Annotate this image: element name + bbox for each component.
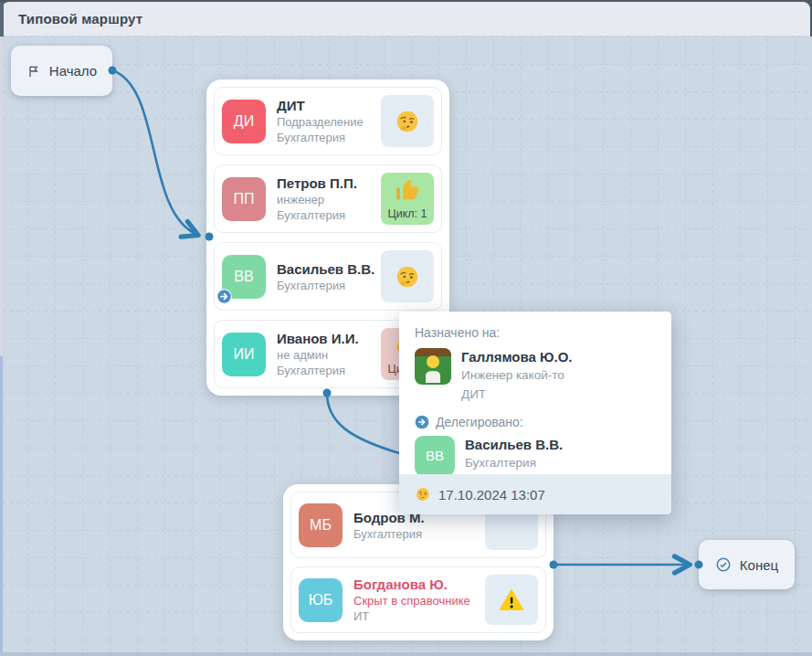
assignee-row: Галлямова Ю.О. Инженер какой-то ДИТ (415, 348, 656, 404)
flag-icon (26, 64, 41, 79)
flow-canvas[interactable]: Начало Конец ДИ ДИТ Подразделение Бухгал… (0, 37, 812, 656)
assignee-name: Галлямова Ю.О. (461, 348, 573, 366)
page-title: Типовой маршрут (18, 11, 142, 26)
user-photo-image (415, 348, 451, 385)
cycle-badge: Цикл: 1 (387, 207, 427, 220)
card-text: Васильев В.В. Бухгалтерия (277, 261, 370, 292)
card-department: Бухгалтерия (353, 527, 474, 541)
flow-editor-window: Типовой маршрут Начало Конец (0, 0, 812, 656)
card-department: Бухгалтерия (277, 131, 370, 144)
avatar-initials: ЮБ (309, 592, 333, 608)
delegate-name: Васильев В.В. (465, 436, 563, 454)
card-name: Петров П.П. (277, 175, 370, 191)
avatar-initials: ВВ (234, 269, 253, 285)
card-name: Иванов И.И. (277, 331, 370, 346)
assignee-text: Галлямова Ю.О. Инженер какой-то ДИТ (461, 348, 573, 404)
card-department: Бухгалтерия (277, 364, 370, 377)
delegate-avatar: ВВ (415, 436, 455, 476)
status-panel-approved: Цикл: 1 (381, 173, 434, 225)
delegation-arrow-icon (415, 415, 429, 429)
assignment-tooltip: Назначено на: Галлямова Ю.О. Инженер как… (399, 312, 671, 514)
card-text: Богданова Ю. Скрыт в справочнике ИТ (353, 577, 474, 623)
window-header: Типовой маршрут (2, 2, 810, 37)
avatar: МБ (299, 503, 343, 547)
card-name: ДИТ (277, 98, 370, 113)
card-department: ИТ (353, 609, 474, 623)
approver-card-vasiliev[interactable]: ВВ Васильев В.В. Бухгалтерия (214, 242, 442, 311)
card-department: Бухгалтерия (277, 279, 370, 292)
hidden-in-directory-note: Скрыт в справочнике (353, 594, 474, 608)
assignee-photo (415, 348, 451, 385)
start-node[interactable]: Начало (11, 46, 112, 96)
delegated-label: Делегировано: (436, 415, 523, 429)
end-node-label: Конец (740, 557, 778, 573)
card-role: инженер (277, 193, 370, 206)
avatar: ВВ (222, 255, 266, 299)
assignment-datetime: 17.10.2024 13:07 (438, 487, 545, 503)
card-role: не админ (277, 348, 370, 362)
card-text: ДИТ Подразделение Бухгалтерия (277, 98, 370, 144)
avatar-initials: ПП (234, 191, 255, 207)
tooltip-footer: 17.10.2024 13:07 (399, 474, 671, 514)
delegate-department: Бухгалтерия (465, 454, 563, 472)
assignee-department: ДИТ (461, 386, 573, 404)
avatar: ЮБ (299, 578, 343, 622)
delegate-row: ВВ Васильев В.В. Бухгалтерия (415, 436, 656, 476)
card-department: Бухгалтерия (277, 208, 370, 222)
assignee-role: Инженер какой-то (461, 366, 573, 385)
start-node-label: Начало (49, 63, 97, 79)
delegate-text: Васильев В.В. Бухгалтерия (465, 436, 563, 476)
window-frame-left (0, 2, 4, 37)
delegation-arrow-icon (216, 289, 232, 304)
card-role: Подразделение (277, 115, 370, 129)
window-frame-left (0, 356, 3, 656)
approver-card-bogdanova[interactable]: ЮБ Богданова Ю. Скрыт в справочнике ИТ (290, 566, 546, 633)
thinking-face-icon (416, 487, 430, 502)
status-panel (381, 95, 434, 147)
check-circle-icon (715, 556, 732, 573)
card-name: Богданова Ю. (353, 577, 474, 592)
end-node[interactable]: Конец (699, 540, 795, 589)
avatar-initials: МБ (310, 517, 332, 534)
avatar: ДИ (222, 100, 266, 143)
window-frame-left (0, 37, 3, 356)
window-frame-top (0, 0, 812, 2)
card-name: Васильев В.В. (277, 261, 370, 277)
card-text: Иванов И.И. не админ Бухгалтерия (277, 331, 370, 377)
avatar-initials: ДИ (234, 113, 254, 130)
thinking-face-icon (395, 110, 419, 133)
card-text: Петров П.П. инженер Бухгалтерия (277, 175, 370, 222)
avatar: ИИ (222, 333, 266, 376)
avatar: ПП (222, 177, 266, 221)
tooltip-body: Назначено на: Галлямова Ю.О. Инженер как… (399, 312, 671, 476)
status-panel (381, 250, 434, 302)
avatar-initials: ИИ (234, 346, 255, 363)
warning-icon (499, 587, 524, 613)
assigned-to-label: Назначено на: (415, 325, 656, 340)
window-frame-bottom (0, 652, 812, 656)
thumbs-up-icon (395, 178, 420, 204)
delegated-label-row: Делегировано: (415, 415, 656, 429)
avatar-initials: ВВ (426, 448, 444, 463)
status-panel-warning (485, 575, 538, 625)
thinking-face-icon (395, 265, 419, 289)
approver-card-dit[interactable]: ДИ ДИТ Подразделение Бухгалтерия (214, 87, 442, 155)
approver-card-petrov[interactable]: ПП Петров П.П. инженер Бухгалтерия Цикл:… (214, 164, 442, 233)
